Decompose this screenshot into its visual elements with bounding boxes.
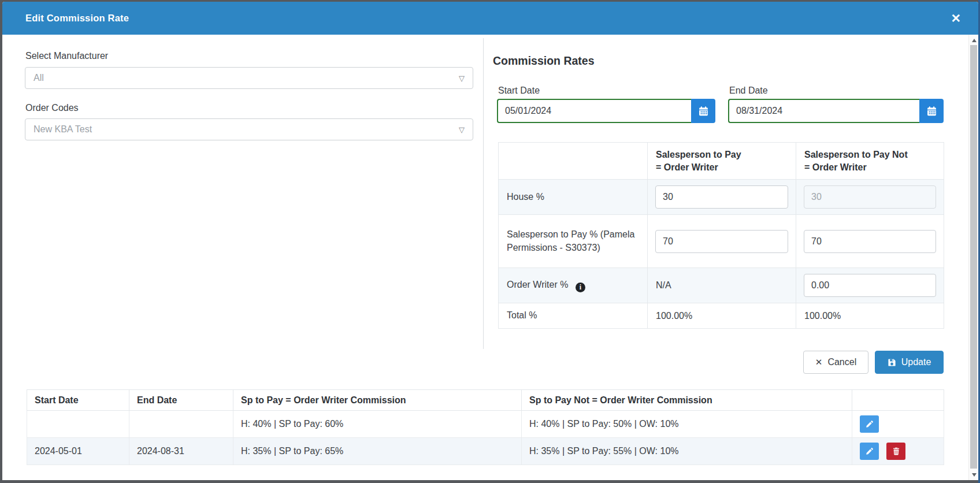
history-row: 2024-05-01 2024-08-31 H: 35% | SP to Pay… [27,438,944,465]
salesperson-row: Salesperson to Pay % (Pamela Permissions… [499,215,944,268]
salesperson-paynot-input[interactable] [804,230,936,253]
history-row: H: 40% | SP to Pay: 60% H: 40% | SP to P… [27,411,944,438]
history-header-sp-not: Sp to Pay Not = Order Writer Commission [522,390,852,411]
history-cell-sp-eq: H: 35% | SP to Pay: 65% [233,438,522,465]
house-row: House % [499,180,944,215]
close-icon: ✕ [951,12,961,25]
total-row: Total % 100.00% 100.00% [499,303,944,329]
scroll-down-icon [972,473,977,477]
save-icon [888,358,896,367]
chevron-down-icon: ▽ [459,125,465,134]
total-paynot-value: 100.00% [796,303,944,329]
order-codes-select[interactable]: New KBA Test ▽ [25,118,473,140]
end-date-input[interactable] [728,99,919,123]
history-cell-sp-not: H: 40% | SP to Pay: 50% | OW: 10% [522,411,852,438]
manufacturer-select-value: All [34,73,459,83]
commission-history-table: Start Date End Date Sp to Pay = Order Wr… [27,389,944,465]
pencil-icon [866,447,874,455]
delete-button[interactable] [886,443,905,460]
house-label: House % [499,180,648,215]
history-cell-start-date [27,411,129,438]
manufacturer-select[interactable]: All ▽ [25,67,473,89]
end-date-label: End Date [729,86,768,96]
history-cell-sp-eq: H: 40% | SP to Pay: 60% [233,411,522,438]
scroll-down-button[interactable] [969,470,979,480]
total-label: Total % [499,303,648,329]
edit-commission-rate-modal: Edit Commission Rate ✕ Select Manufactur… [2,2,978,480]
vertical-scrollbar [968,35,978,480]
house-paynot-input [804,185,936,209]
end-date-group [728,99,944,123]
start-date-input[interactable] [497,99,691,123]
commission-rates-table: Salesperson to Pay = Order Writer Salesp… [498,142,944,329]
modal-header: Edit Commission Rate ✕ [2,2,978,35]
order-writer-input[interactable] [804,274,936,297]
panel-divider [483,38,484,349]
cancel-button-label: Cancel [827,357,856,367]
start-date-calendar-button[interactable] [691,99,715,123]
history-header-actions [852,390,944,411]
modal-title: Edit Commission Rate [25,13,947,24]
order-writer-na-value: N/A [648,268,796,303]
end-date-calendar-button[interactable] [919,99,944,123]
calendar-icon [699,106,708,116]
rates-heading: Commission Rates [493,54,595,68]
trash-icon [892,447,900,455]
close-button[interactable]: ✕ [947,10,964,27]
history-cell-sp-not: H: 35% | SP to Pay: 55% | OW: 10% [522,438,852,465]
info-icon[interactable]: i [576,283,585,292]
salesperson-label: Salesperson to Pay % (Pamela Permissions… [499,215,648,268]
order-codes-select-value: New KBA Test [34,124,459,135]
order-writer-row: Order Writer % i N/A [499,268,944,303]
x-icon: ✕ [815,357,823,367]
rates-header-pay-not: Salesperson to Pay Not = Order Writer [796,143,944,180]
history-header-sp-eq: Sp to Pay = Order Writer Commission [233,390,522,411]
cancel-button[interactable]: ✕ Cancel [803,351,868,374]
history-cell-actions [852,411,944,438]
start-date-group [497,99,715,123]
edit-button[interactable] [860,415,879,433]
rates-header-blank [499,143,648,180]
history-cell-end-date [129,411,233,438]
manufacturer-label: Select Manufacturer [25,51,108,61]
house-pay-input[interactable] [655,185,788,209]
rates-header-row: Salesperson to Pay = Order Writer Salesp… [499,143,944,180]
modal-body: Select Manufacturer All ▽ Order Codes Ne… [2,35,978,480]
calendar-icon [927,106,937,116]
order-writer-label: Order Writer % i [499,268,648,303]
update-button-label: Update [901,357,931,367]
history-header-end-date: End Date [129,390,233,411]
scroll-up-button[interactable] [969,35,979,45]
history-header-row: Start Date End Date Sp to Pay = Order Wr… [27,390,944,411]
scroll-up-icon [972,39,977,42]
history-header-start-date: Start Date [27,390,129,411]
history-cell-actions [852,438,944,465]
total-pay-value: 100.00% [648,303,796,329]
salesperson-pay-input[interactable] [655,230,788,253]
order-codes-label: Order Codes [25,103,79,113]
pencil-icon [866,420,874,428]
chevron-down-icon: ▽ [459,74,465,83]
start-date-label: Start Date [498,86,540,96]
history-cell-end-date: 2024-08-31 [129,438,233,465]
edit-button[interactable] [860,443,879,460]
history-cell-start-date: 2024-05-01 [27,438,129,465]
update-button[interactable]: Update [875,351,944,374]
page: Edit Commission Rate ✕ Select Manufactur… [0,0,980,483]
scrollbar-thumb[interactable] [970,45,977,469]
rates-header-pay-eq: Salesperson to Pay = Order Writer [648,143,796,180]
